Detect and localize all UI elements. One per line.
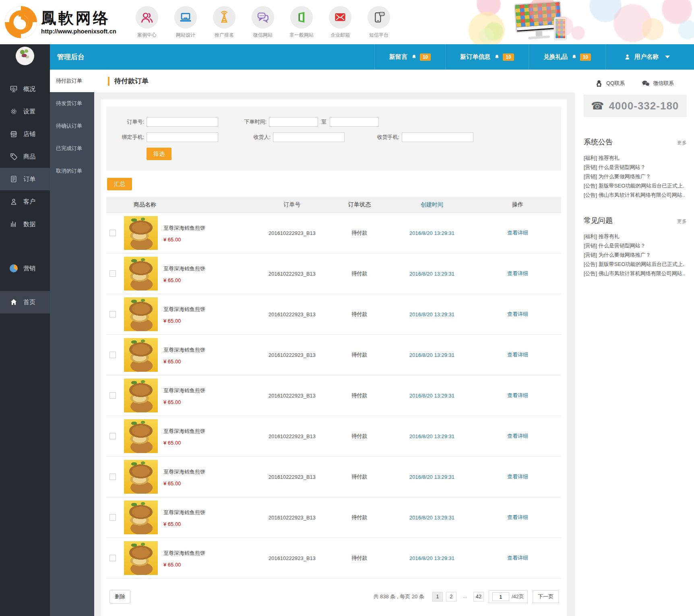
faq-item[interactable]: [福利] 推荐有礼 — [584, 232, 685, 241]
announcement-item[interactable]: [公告] 新版带SEO功能的网站后台已正式上. — [584, 181, 685, 190]
sidebar-item-orders[interactable]: 订单 — [0, 168, 50, 190]
topbar-notification-2[interactable]: 兑换礼品10 — [529, 44, 605, 70]
service-mail[interactable]: 企业邮箱 — [321, 6, 359, 39]
submenu-item-0[interactable]: 待付款订单 — [50, 70, 94, 92]
row-checkbox[interactable] — [109, 270, 116, 277]
order-number: 201610222923_B13 — [255, 474, 329, 480]
sidebar-item-home[interactable]: 首页 — [0, 291, 50, 313]
home-icon — [10, 298, 18, 306]
page-jump-input[interactable] — [492, 592, 509, 601]
page-button-42[interactable]: 42 — [473, 592, 484, 602]
receiver-phone-input[interactable] — [402, 132, 473, 142]
order-created: 2016/8/20 13:29:31 — [390, 393, 474, 399]
user-menu[interactable]: 用户名称 — [605, 44, 694, 70]
product-name: 至尊深海鳕鱼煎饼 — [163, 387, 205, 394]
sidebar-item-goods[interactable]: 商品 — [0, 145, 50, 168]
view-detail-link[interactable]: 查看详细 — [507, 555, 528, 561]
topbar-notification-0[interactable]: 新留言10 — [374, 44, 445, 70]
faq-item[interactable]: [营销] 什么是营销型网站？ — [584, 241, 685, 250]
view-detail-link[interactable]: 查看详细 — [507, 474, 528, 480]
summary-button[interactable]: 汇总 — [107, 178, 132, 190]
next-page-button[interactable]: 下一页 — [533, 590, 559, 603]
row-checkbox[interactable] — [109, 514, 116, 521]
row-checkbox[interactable] — [109, 474, 116, 480]
row-checkbox[interactable] — [109, 555, 116, 561]
submenu-item-2[interactable]: 待确认订单 — [50, 115, 94, 137]
time-to-input[interactable] — [330, 117, 379, 127]
view-detail-link[interactable]: 查看详细 — [507, 433, 528, 439]
view-detail-link[interactable]: 查看详细 — [507, 311, 528, 317]
brand-title: 鳳軟网络 — [41, 10, 116, 26]
notification-label: 兑换礼品 — [543, 53, 568, 61]
bound-phone-input[interactable] — [147, 132, 218, 142]
qq-penguin-icon — [595, 79, 603, 87]
delete-button[interactable]: 删除 — [109, 590, 130, 604]
main-sidebar: 概况设置店铺商品订单客户数据营销首页 — [0, 44, 50, 616]
sidebar-item-data[interactable]: 数据 — [0, 213, 50, 235]
mail-icon — [329, 6, 351, 29]
row-checkbox[interactable] — [109, 433, 116, 439]
sidebar-item-overview[interactable]: 概况 — [0, 78, 50, 100]
row-checkbox[interactable] — [109, 352, 116, 358]
qq-contact[interactable]: QQ联系 — [595, 79, 625, 87]
view-detail-link[interactable]: 查看详细 — [507, 352, 528, 358]
page-button-1[interactable]: 1 — [432, 592, 443, 602]
bokeh-circle — [485, 22, 503, 41]
submenu-item-3[interactable]: 已完成订单 — [50, 137, 94, 160]
faq-more-link[interactable]: 更多 — [677, 218, 687, 225]
sidebar-item-marketing[interactable]: 营销 — [0, 257, 50, 280]
pagination-total: 共 838 条 , 每页 20 条 — [373, 593, 424, 600]
announcement-item[interactable]: [营销] 为什么要做网络推广？ — [584, 172, 685, 181]
faq-item[interactable]: [公告] 佛山市凤软计算机网络有限公司网站.. — [584, 269, 685, 278]
service-label: 微信网站 — [244, 32, 282, 39]
wechat-icon — [642, 79, 650, 87]
view-detail-link[interactable]: 查看详细 — [507, 514, 528, 520]
sidebar-item-label: 客户 — [23, 198, 35, 206]
announcement-item[interactable]: [公告] 佛山市凤软计算机网络有限公司网站.. — [584, 190, 685, 200]
service-laptop[interactable]: 网站设计 — [166, 6, 205, 39]
service-chat-bubbles[interactable]: 微信网站 — [244, 6, 282, 39]
row-checkbox[interactable] — [109, 311, 116, 317]
order-created: 2016/8/20 13:29:31 — [390, 433, 474, 439]
filter-button[interactable]: 筛选 — [147, 148, 171, 160]
receiver-input[interactable] — [273, 132, 345, 142]
service-sms-phone[interactable]: 短信平台 — [359, 6, 398, 39]
table-row: 至尊深海鳕鱼煎饼 ¥ 65.00 201610222923_B13 待付款 20… — [106, 538, 561, 579]
order-no-input[interactable] — [147, 117, 218, 127]
announcement-item[interactable]: [福利] 推荐有礼 — [584, 153, 685, 163]
service-people[interactable]: 案例中心 — [128, 6, 166, 39]
marketing-pie-icon — [10, 264, 18, 272]
page-button-2[interactable]: 2 — [446, 592, 456, 602]
faq-item[interactable]: [公告] 新版带SEO功能的网站后台已正式上. — [584, 260, 685, 269]
submenu-item-1[interactable]: 待发货订单 — [50, 92, 94, 115]
product-image — [124, 216, 158, 250]
avatar[interactable] — [16, 47, 34, 65]
sms-phone-icon — [368, 6, 390, 29]
user-name: 用户名称 — [634, 53, 659, 61]
order-status: 待付款 — [329, 554, 390, 562]
chevron-down-icon — [665, 56, 670, 58]
wechat-contact[interactable]: 微信联系 — [642, 79, 674, 87]
page-ellipsis: ... — [460, 592, 470, 602]
product-name: 至尊深海鳕鱼煎饼 — [163, 428, 205, 435]
topbar-notification-1[interactable]: 新订单信息10 — [445, 44, 528, 70]
sidebar-item-customers[interactable]: 客户 — [0, 190, 50, 213]
sidebar-item-label: 营销 — [23, 265, 35, 272]
customers-icon — [10, 198, 18, 206]
product-name: 至尊深海鳕鱼煎饼 — [163, 346, 205, 354]
time-from-input[interactable] — [269, 117, 318, 127]
admin-topbar: 管理后台 新留言10新订单信息10兑换礼品10 用户名称 — [50, 44, 694, 70]
view-detail-link[interactable]: 查看详细 — [507, 270, 528, 276]
sidebar-item-shop[interactable]: 店铺 — [0, 123, 50, 145]
view-detail-link[interactable]: 查看详细 — [507, 392, 528, 398]
service-signal-tower[interactable]: 推广排名 — [205, 6, 244, 39]
row-checkbox[interactable] — [109, 230, 116, 236]
announcement-item[interactable]: [营销] 什么是营销型网站？ — [584, 163, 685, 172]
faq-item[interactable]: [营销] 为什么要做网络推广？ — [584, 250, 685, 260]
row-checkbox[interactable] — [109, 392, 116, 399]
submenu-item-4[interactable]: 取消的订单 — [50, 160, 94, 182]
view-detail-link[interactable]: 查看详细 — [507, 230, 528, 236]
service-door[interactable]: 非一般网站 — [282, 6, 321, 39]
sidebar-item-settings[interactable]: 设置 — [0, 100, 50, 123]
announcements-more-link[interactable]: 更多 — [677, 140, 687, 146]
